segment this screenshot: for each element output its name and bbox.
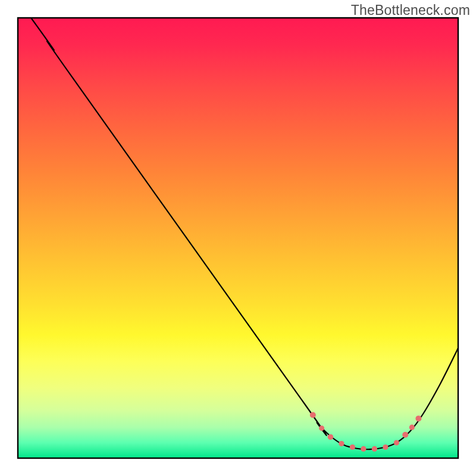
curve-marker xyxy=(350,444,355,450)
curve-marker xyxy=(328,434,334,440)
curve-marker xyxy=(415,415,421,421)
curve-marker xyxy=(372,446,377,452)
watermark-label: TheBottleneck.com xyxy=(351,2,470,18)
curve-marker xyxy=(394,440,399,446)
curve-marker xyxy=(319,425,324,431)
curve-marker xyxy=(339,441,344,446)
bottleneck-chart xyxy=(0,0,476,476)
curve-marker xyxy=(383,444,388,450)
curve-marker xyxy=(402,432,408,438)
chart-container: TheBottleneck.com xyxy=(0,0,476,476)
curve-marker xyxy=(310,412,316,418)
plot-background xyxy=(18,18,458,458)
curve-marker xyxy=(409,425,415,430)
curve-marker xyxy=(361,446,366,452)
